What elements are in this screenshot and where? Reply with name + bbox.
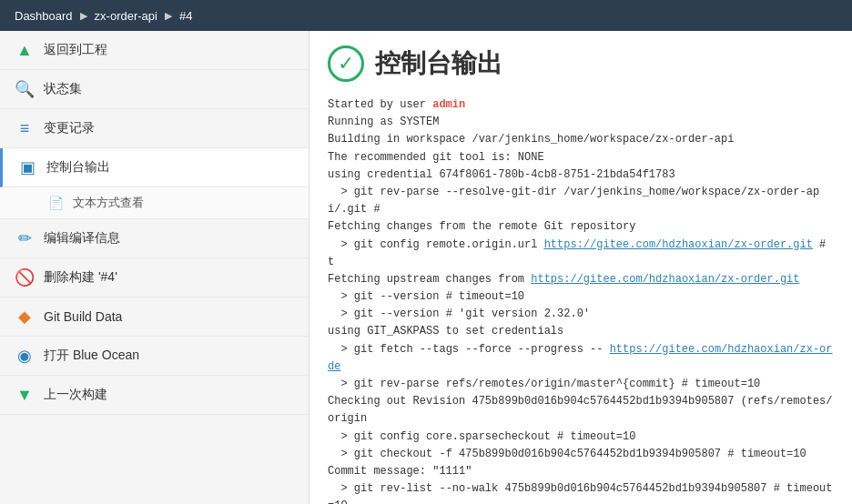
sidebar-item-prev-build[interactable]: ▼ 上一次构建: [0, 376, 309, 415]
gitee-url3[interactable]: https://gitee.com/hdzhaoxian/zx-orde: [328, 343, 833, 373]
console-output: Started by user admin Running as SYSTEM …: [328, 96, 834, 504]
sidebar-label-edit-build: 编辑编译信息: [44, 230, 120, 247]
sidebar-icon-changes: ≡: [15, 118, 35, 138]
breadcrumb-project[interactable]: zx-order-api: [95, 9, 157, 23]
sidebar-item-status[interactable]: 🔍 状态集: [0, 70, 309, 109]
sidebar-item-text-view[interactable]: 📄 文本方式查看: [0, 187, 309, 219]
sidebar-label-back: 返回到工程: [44, 42, 107, 58]
sidebar-label-prev-build: 上一次构建: [44, 387, 107, 403]
sidebar-label-status: 状态集: [44, 81, 82, 97]
sidebar-icon-git-build-data: ◆: [15, 307, 35, 327]
gitee-url3[interactable]: https://gitee.com/hdzhaoxian/zx-orde: [544, 238, 780, 251]
breadcrumb-arrow2: ▶: [165, 10, 172, 22]
sidebar-label-delete-build: 删除构建 '#4': [44, 269, 117, 286]
breadcrumb-dashboard[interactable]: Dashboard: [15, 9, 73, 23]
sidebar: ▲ 返回到工程 🔍 状态集 ≡ 变更记录 ▣ 控制台输出 📄 文本方式查看 ✏ …: [0, 31, 309, 504]
sidebar-icon-blue-ocean: ◉: [15, 346, 35, 366]
content-area: ✓ 控制台输出 Started by user admin Running as…: [309, 31, 852, 504]
admin-link[interactable]: admin: [432, 98, 465, 111]
sidebar-item-back[interactable]: ▲ 返回到工程: [0, 31, 309, 70]
sidebar-label-blue-ocean: 打开 Blue Ocean: [44, 348, 139, 364]
sidebar-label-console: 控制台输出: [46, 159, 110, 176]
sidebar-item-delete-build[interactable]: 🚫 删除构建 '#4': [0, 258, 309, 297]
sidebar-icon-delete-build: 🚫: [15, 267, 35, 287]
page-title: 控制台输出: [375, 46, 502, 81]
breadcrumb: Dashboard ▶ zx-order-api ▶ #4: [0, 0, 852, 31]
sidebar-icon-prev-build: ▼: [15, 385, 35, 405]
sidebar-icon-console: ▣: [17, 157, 37, 177]
sidebar-item-edit-build[interactable]: ✏ 编辑编译信息: [0, 219, 309, 258]
sidebar-label-text-view: 文本方式查看: [73, 195, 144, 211]
sidebar-item-blue-ocean[interactable]: ◉ 打开 Blue Ocean: [0, 337, 309, 376]
sidebar-icon-back: ▲: [15, 40, 35, 60]
gitee-upstream-url[interactable]: https://gitee.com/hdzhaoxian/zx-order.gi…: [531, 273, 799, 286]
gitee-url1[interactable]: https://gitee.com/hdzhaoxian/zx-order.gi…: [544, 238, 813, 251]
breadcrumb-build[interactable]: #4: [179, 9, 192, 23]
sidebar-icon-status: 🔍: [15, 79, 35, 99]
success-icon: ✓: [328, 45, 364, 82]
sidebar-item-changes[interactable]: ≡ 变更记录: [0, 109, 309, 148]
page-title-row: ✓ 控制台输出: [328, 45, 834, 82]
sidebar-icon-edit-build: ✏: [15, 228, 35, 248]
sidebar-item-console[interactable]: ▣ 控制台输出: [0, 148, 309, 187]
sidebar-label-git-build-data: Git Build Data: [44, 309, 122, 324]
breadcrumb-arrow1: ▶: [80, 10, 87, 22]
sidebar-icon-text-view: 📄: [47, 195, 64, 211]
sidebar-label-changes: 变更记录: [44, 120, 95, 136]
sidebar-item-git-build-data[interactable]: ◆ Git Build Data: [0, 297, 309, 337]
